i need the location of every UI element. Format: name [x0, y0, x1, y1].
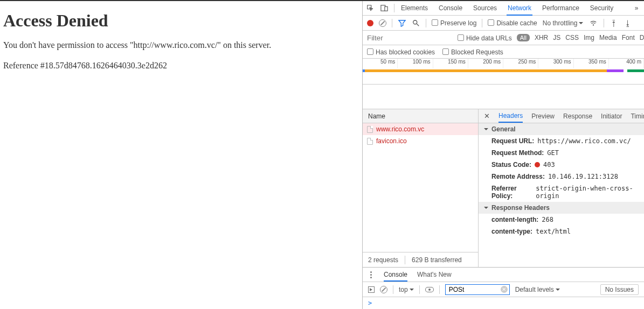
filter-type-css[interactable]: CSS [565, 34, 579, 41]
request-details: ✕ Headers Preview Response Initiator Tim… [479, 109, 644, 267]
document-icon [367, 126, 373, 133]
record-button[interactable] [367, 20, 373, 26]
tab-console[interactable]: Console [438, 2, 463, 15]
timeline-bar [607, 69, 624, 72]
page-message: You don't have permission to access "htt… [3, 40, 359, 50]
device-toolbar-icon[interactable] [380, 4, 389, 12]
drawer-tab-whats-new[interactable]: What's New [417, 271, 452, 278]
devtools-drawer: Console What's New top ✕ Default levels … [363, 267, 644, 309]
page-reference: Reference #18.57d84768.1626464030.3e2d26… [3, 61, 359, 71]
page-title: Access Denied [3, 11, 359, 31]
timeline-bar [365, 69, 607, 72]
timeline-tick: 250 ms [503, 59, 538, 68]
svg-point-2 [413, 20, 417, 24]
filter-type-xhr[interactable]: XHR [535, 34, 548, 41]
details-tab-headers[interactable]: Headers [498, 110, 523, 123]
timeline-tick: 200 ms [468, 59, 503, 68]
network-filter-row: Hide data URLs All XHR JS CSS Img Media … [363, 31, 644, 45]
request-summary: 2 requests 629 B transferred [363, 252, 478, 267]
more-tabs-icon[interactable]: » [632, 4, 641, 12]
timeline-tick: 50 ms [363, 59, 398, 68]
network-filter-row2: Has blocked cookies Blocked Requests [363, 45, 644, 59]
filter-type-doc[interactable]: Do [640, 34, 644, 41]
throttling-select[interactable]: No throttling [543, 19, 584, 27]
live-expression-icon[interactable] [425, 287, 434, 292]
console-context-select[interactable]: top [399, 286, 414, 293]
details-tab-response[interactable]: Response [563, 110, 592, 122]
console-sidebar-toggle-icon[interactable] [368, 286, 375, 293]
rendered-page: Access Denied You don't have permission … [0, 1, 363, 309]
section-response-headers[interactable]: Response Headers [479, 202, 644, 214]
section-general[interactable]: General [479, 123, 644, 135]
devtools-panel: Elements Console Sources Network Perform… [363, 1, 644, 309]
log-levels-select[interactable]: Default levels [515, 286, 560, 293]
devtools-main-toolbar: Elements Console Sources Network Perform… [363, 1, 644, 16]
request-row[interactable]: www.rico.com.vc [363, 123, 478, 135]
details-tab-timing[interactable]: Timing [631, 110, 644, 122]
request-list: Name www.rico.com.vc favicon.ico 2 reque… [363, 109, 479, 267]
request-row[interactable]: favicon.ico [363, 135, 478, 147]
filter-type-font[interactable]: Font [622, 34, 635, 41]
timeline-tick: 100 ms [398, 59, 433, 68]
timeline-tick: 350 ms [574, 59, 609, 68]
clear-button[interactable] [379, 19, 386, 27]
console-clear-icon[interactable] [380, 286, 387, 293]
has-blocked-cookies-checkbox[interactable]: Has blocked cookies [367, 48, 435, 56]
close-details-icon[interactable]: ✕ [484, 112, 490, 120]
console-prompt[interactable]: > [363, 297, 644, 309]
timeline-tick: 300 ms [538, 59, 573, 68]
tab-sources[interactable]: Sources [472, 2, 498, 15]
details-tab-preview[interactable]: Preview [531, 110, 555, 122]
tab-performance[interactable]: Performance [541, 2, 580, 15]
timeline-bar [627, 69, 644, 72]
search-icon[interactable] [412, 19, 420, 27]
issues-button[interactable]: No Issues [600, 284, 639, 295]
filter-toggle-icon[interactable] [398, 19, 406, 27]
filter-type-img[interactable]: Img [584, 34, 594, 41]
timeline-spacer [363, 85, 644, 109]
inspect-element-icon[interactable] [366, 4, 375, 12]
transfer-size: 629 B transferred [412, 256, 462, 264]
network-timeline[interactable]: 50 ms 100 ms 150 ms 200 ms 250 ms 300 ms… [363, 59, 644, 85]
tab-security[interactable]: Security [589, 2, 614, 15]
request-list-header[interactable]: Name [363, 109, 478, 123]
network-toolbar: Preserve log Disable cache No throttling… [363, 16, 644, 31]
document-icon [367, 138, 373, 145]
drawer-tab-console[interactable]: Console [384, 269, 407, 282]
svg-point-4 [593, 24, 594, 25]
svg-line-3 [417, 23, 419, 25]
filter-type-js[interactable]: JS [553, 34, 560, 41]
filter-type-all[interactable]: All [517, 34, 530, 41]
details-tab-initiator[interactable]: Initiator [601, 110, 622, 122]
tab-elements[interactable]: Elements [400, 2, 429, 15]
request-name: favicon.ico [376, 137, 407, 145]
tab-network[interactable]: Network [507, 2, 532, 16]
svg-rect-1 [385, 6, 387, 11]
import-har-icon[interactable]: ⭱ [610, 19, 618, 27]
filter-type-media[interactable]: Media [599, 34, 617, 41]
console-filter-input[interactable] [445, 284, 510, 295]
request-count: 2 requests [368, 256, 398, 264]
status-dot-icon [535, 162, 540, 167]
preserve-log-checkbox[interactable]: Preserve log [432, 19, 476, 27]
network-conditions-icon[interactable] [588, 19, 598, 27]
network-filter-input[interactable] [363, 31, 454, 45]
drawer-menu-icon[interactable] [370, 274, 372, 276]
disable-cache-checkbox[interactable]: Disable cache [488, 19, 537, 27]
timeline-tick: 400 m [609, 59, 644, 68]
timeline-tick: 150 ms [433, 59, 468, 68]
hide-data-urls-checkbox[interactable]: Hide data URLs [458, 34, 512, 42]
request-name: www.rico.com.vc [376, 125, 424, 133]
blocked-requests-checkbox[interactable]: Blocked Requests [442, 48, 503, 56]
export-har-icon[interactable]: ⭳ [624, 19, 632, 27]
clear-filter-icon[interactable]: ✕ [501, 286, 508, 293]
